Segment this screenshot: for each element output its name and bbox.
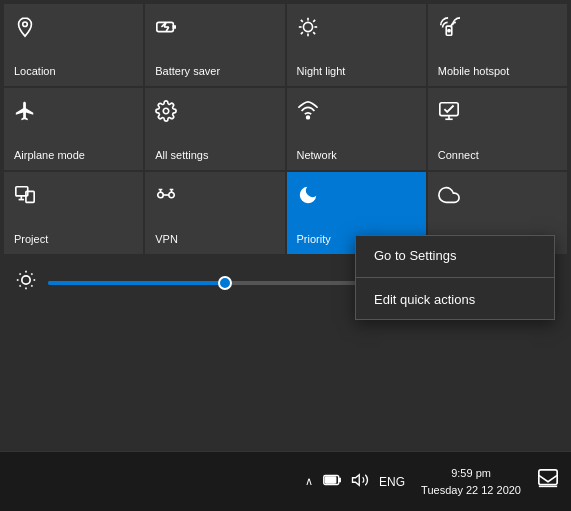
tile-network[interactable]: Network [287, 88, 426, 170]
quick-actions-grid: Location Battery saver [0, 0, 571, 256]
tile-mobile-hotspot[interactable]: Mobile hotspot [428, 4, 567, 86]
focus-assist-icon [438, 184, 460, 211]
tile-night-light[interactable]: Night light [287, 4, 426, 86]
svg-point-24 [158, 192, 164, 198]
brightness-thumb[interactable] [218, 276, 232, 290]
brightness-fill [48, 281, 225, 285]
tile-airplane-mode-label: Airplane mode [14, 149, 85, 162]
tile-airplane-mode[interactable]: Airplane mode [4, 88, 143, 170]
tile-battery-saver[interactable]: Battery saver [145, 4, 284, 86]
tile-vpn[interactable]: VPN [145, 172, 284, 254]
notification-center-icon[interactable] [537, 468, 559, 495]
svg-line-13 [300, 32, 302, 34]
edit-quick-actions-item[interactable]: Edit quick actions [356, 280, 554, 319]
tile-night-light-label: Night light [297, 65, 346, 78]
taskbar-sys-icons: ∧ ENG [305, 471, 405, 492]
svg-point-26 [22, 276, 30, 284]
tile-project[interactable]: Project [4, 172, 143, 254]
svg-line-11 [300, 20, 302, 22]
all-settings-icon [155, 100, 177, 127]
mobile-hotspot-icon [438, 16, 460, 43]
svg-point-6 [303, 22, 312, 31]
taskbar-time: 9:59 pm [451, 465, 491, 482]
vpn-icon [155, 184, 177, 211]
svg-point-17 [164, 108, 170, 114]
taskbar-sound-icon [351, 471, 369, 492]
taskbar-clock[interactable]: 9:59 pm Tuesday 22 12 2020 [421, 465, 521, 498]
chevron-up-icon[interactable]: ∧ [305, 475, 313, 488]
airplane-mode-icon [14, 100, 36, 127]
location-icon [14, 16, 36, 43]
network-icon [297, 100, 319, 127]
svg-line-34 [31, 274, 32, 275]
tile-all-settings[interactable]: All settings [145, 88, 284, 170]
brightness-icon [16, 270, 36, 295]
context-menu: Go to Settings Edit quick actions [355, 235, 555, 320]
tile-priority-label: Priority [297, 233, 331, 246]
svg-line-14 [313, 20, 315, 22]
svg-rect-36 [325, 477, 336, 483]
svg-line-30 [31, 285, 32, 286]
svg-point-25 [169, 192, 175, 198]
svg-point-18 [306, 116, 309, 119]
tile-location[interactable]: Location [4, 4, 143, 86]
action-center: Location Battery saver [0, 0, 571, 451]
taskbar: ∧ ENG 9:59 pm Tuesday 22 12 2020 [0, 451, 571, 511]
tile-project-label: Project [14, 233, 48, 246]
taskbar-lang-label[interactable]: ENG [379, 475, 405, 489]
go-to-settings-item[interactable]: Go to Settings [356, 236, 554, 275]
tile-all-settings-label: All settings [155, 149, 208, 162]
tile-vpn-label: VPN [155, 233, 178, 246]
context-menu-divider [356, 277, 554, 278]
tile-connect[interactable]: Connect [428, 88, 567, 170]
tile-location-label: Location [14, 65, 56, 78]
tile-connect-label: Connect [438, 149, 479, 162]
priority-icon [297, 184, 319, 211]
svg-marker-37 [353, 475, 360, 486]
tile-mobile-hotspot-label: Mobile hotspot [438, 65, 510, 78]
svg-point-16 [448, 30, 450, 32]
svg-point-0 [23, 22, 28, 27]
battery-saver-icon [155, 16, 177, 43]
taskbar-battery-icon [323, 474, 341, 489]
svg-line-33 [20, 285, 21, 286]
tile-battery-saver-label: Battery saver [155, 65, 220, 78]
project-icon [14, 184, 36, 211]
svg-line-12 [313, 32, 315, 34]
taskbar-date: Tuesday 22 12 2020 [421, 482, 521, 499]
connect-icon [438, 100, 460, 127]
svg-line-29 [20, 274, 21, 275]
tile-network-label: Network [297, 149, 337, 162]
night-light-icon [297, 16, 319, 43]
